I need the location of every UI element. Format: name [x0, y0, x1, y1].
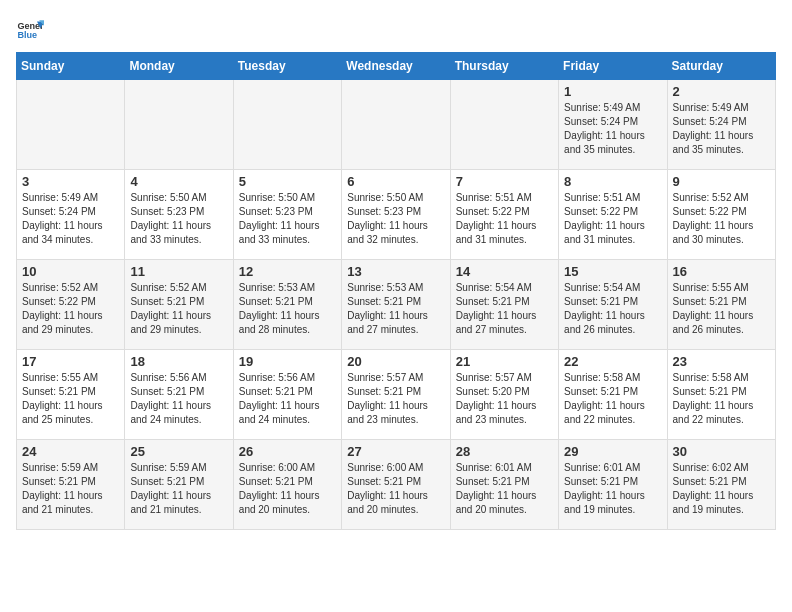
week-row-5: 24Sunrise: 5:59 AM Sunset: 5:21 PM Dayli…	[17, 440, 776, 530]
calendar-body: 1Sunrise: 5:49 AM Sunset: 5:24 PM Daylig…	[17, 80, 776, 530]
day-number: 29	[564, 444, 661, 459]
calendar-cell: 4Sunrise: 5:50 AM Sunset: 5:23 PM Daylig…	[125, 170, 233, 260]
day-number: 23	[673, 354, 770, 369]
day-number: 25	[130, 444, 227, 459]
calendar-cell: 23Sunrise: 5:58 AM Sunset: 5:21 PM Dayli…	[667, 350, 775, 440]
calendar-cell: 24Sunrise: 5:59 AM Sunset: 5:21 PM Dayli…	[17, 440, 125, 530]
calendar-cell: 16Sunrise: 5:55 AM Sunset: 5:21 PM Dayli…	[667, 260, 775, 350]
day-info: Sunrise: 5:50 AM Sunset: 5:23 PM Dayligh…	[239, 191, 336, 247]
day-info: Sunrise: 5:57 AM Sunset: 5:21 PM Dayligh…	[347, 371, 444, 427]
logo: General Blue	[16, 16, 44, 44]
day-info: Sunrise: 6:00 AM Sunset: 5:21 PM Dayligh…	[347, 461, 444, 517]
calendar-cell: 20Sunrise: 5:57 AM Sunset: 5:21 PM Dayli…	[342, 350, 450, 440]
calendar-cell	[125, 80, 233, 170]
calendar-cell: 7Sunrise: 5:51 AM Sunset: 5:22 PM Daylig…	[450, 170, 558, 260]
day-number: 28	[456, 444, 553, 459]
day-header-tuesday: Tuesday	[233, 53, 341, 80]
day-header-thursday: Thursday	[450, 53, 558, 80]
day-info: Sunrise: 5:51 AM Sunset: 5:22 PM Dayligh…	[456, 191, 553, 247]
calendar-cell: 2Sunrise: 5:49 AM Sunset: 5:24 PM Daylig…	[667, 80, 775, 170]
day-info: Sunrise: 6:00 AM Sunset: 5:21 PM Dayligh…	[239, 461, 336, 517]
calendar-cell: 1Sunrise: 5:49 AM Sunset: 5:24 PM Daylig…	[559, 80, 667, 170]
week-row-4: 17Sunrise: 5:55 AM Sunset: 5:21 PM Dayli…	[17, 350, 776, 440]
calendar-cell: 28Sunrise: 6:01 AM Sunset: 5:21 PM Dayli…	[450, 440, 558, 530]
day-info: Sunrise: 5:50 AM Sunset: 5:23 PM Dayligh…	[347, 191, 444, 247]
day-number: 22	[564, 354, 661, 369]
day-number: 11	[130, 264, 227, 279]
calendar-cell	[450, 80, 558, 170]
calendar-cell: 13Sunrise: 5:53 AM Sunset: 5:21 PM Dayli…	[342, 260, 450, 350]
calendar-cell: 8Sunrise: 5:51 AM Sunset: 5:22 PM Daylig…	[559, 170, 667, 260]
day-header-monday: Monday	[125, 53, 233, 80]
day-info: Sunrise: 5:51 AM Sunset: 5:22 PM Dayligh…	[564, 191, 661, 247]
calendar-cell	[342, 80, 450, 170]
calendar-cell: 6Sunrise: 5:50 AM Sunset: 5:23 PM Daylig…	[342, 170, 450, 260]
day-info: Sunrise: 5:55 AM Sunset: 5:21 PM Dayligh…	[22, 371, 119, 427]
day-info: Sunrise: 5:52 AM Sunset: 5:22 PM Dayligh…	[22, 281, 119, 337]
calendar-cell: 29Sunrise: 6:01 AM Sunset: 5:21 PM Dayli…	[559, 440, 667, 530]
calendar-cell: 11Sunrise: 5:52 AM Sunset: 5:21 PM Dayli…	[125, 260, 233, 350]
day-number: 13	[347, 264, 444, 279]
day-number: 3	[22, 174, 119, 189]
day-info: Sunrise: 6:02 AM Sunset: 5:21 PM Dayligh…	[673, 461, 770, 517]
day-number: 9	[673, 174, 770, 189]
day-info: Sunrise: 6:01 AM Sunset: 5:21 PM Dayligh…	[456, 461, 553, 517]
calendar-table: SundayMondayTuesdayWednesdayThursdayFrid…	[16, 52, 776, 530]
day-header-saturday: Saturday	[667, 53, 775, 80]
calendar-cell: 14Sunrise: 5:54 AM Sunset: 5:21 PM Dayli…	[450, 260, 558, 350]
day-info: Sunrise: 5:57 AM Sunset: 5:20 PM Dayligh…	[456, 371, 553, 427]
calendar-cell: 30Sunrise: 6:02 AM Sunset: 5:21 PM Dayli…	[667, 440, 775, 530]
day-number: 8	[564, 174, 661, 189]
day-number: 4	[130, 174, 227, 189]
calendar-cell: 9Sunrise: 5:52 AM Sunset: 5:22 PM Daylig…	[667, 170, 775, 260]
day-number: 20	[347, 354, 444, 369]
day-info: Sunrise: 6:01 AM Sunset: 5:21 PM Dayligh…	[564, 461, 661, 517]
calendar-cell: 18Sunrise: 5:56 AM Sunset: 5:21 PM Dayli…	[125, 350, 233, 440]
calendar-header-row: SundayMondayTuesdayWednesdayThursdayFrid…	[17, 53, 776, 80]
week-row-2: 3Sunrise: 5:49 AM Sunset: 5:24 PM Daylig…	[17, 170, 776, 260]
calendar-cell: 17Sunrise: 5:55 AM Sunset: 5:21 PM Dayli…	[17, 350, 125, 440]
day-info: Sunrise: 5:59 AM Sunset: 5:21 PM Dayligh…	[22, 461, 119, 517]
calendar-cell: 10Sunrise: 5:52 AM Sunset: 5:22 PM Dayli…	[17, 260, 125, 350]
day-number: 10	[22, 264, 119, 279]
day-number: 12	[239, 264, 336, 279]
day-number: 7	[456, 174, 553, 189]
day-number: 17	[22, 354, 119, 369]
day-number: 27	[347, 444, 444, 459]
day-info: Sunrise: 5:50 AM Sunset: 5:23 PM Dayligh…	[130, 191, 227, 247]
day-info: Sunrise: 5:49 AM Sunset: 5:24 PM Dayligh…	[564, 101, 661, 157]
day-header-wednesday: Wednesday	[342, 53, 450, 80]
calendar-cell: 12Sunrise: 5:53 AM Sunset: 5:21 PM Dayli…	[233, 260, 341, 350]
calendar-cell: 21Sunrise: 5:57 AM Sunset: 5:20 PM Dayli…	[450, 350, 558, 440]
calendar-cell: 3Sunrise: 5:49 AM Sunset: 5:24 PM Daylig…	[17, 170, 125, 260]
week-row-3: 10Sunrise: 5:52 AM Sunset: 5:22 PM Dayli…	[17, 260, 776, 350]
day-number: 26	[239, 444, 336, 459]
svg-text:Blue: Blue	[17, 30, 37, 40]
day-header-sunday: Sunday	[17, 53, 125, 80]
day-number: 2	[673, 84, 770, 99]
day-info: Sunrise: 5:52 AM Sunset: 5:21 PM Dayligh…	[130, 281, 227, 337]
day-info: Sunrise: 5:59 AM Sunset: 5:21 PM Dayligh…	[130, 461, 227, 517]
calendar-cell: 5Sunrise: 5:50 AM Sunset: 5:23 PM Daylig…	[233, 170, 341, 260]
day-info: Sunrise: 5:53 AM Sunset: 5:21 PM Dayligh…	[347, 281, 444, 337]
calendar-cell: 27Sunrise: 6:00 AM Sunset: 5:21 PM Dayli…	[342, 440, 450, 530]
day-info: Sunrise: 5:58 AM Sunset: 5:21 PM Dayligh…	[673, 371, 770, 427]
day-number: 30	[673, 444, 770, 459]
calendar-cell: 22Sunrise: 5:58 AM Sunset: 5:21 PM Dayli…	[559, 350, 667, 440]
day-info: Sunrise: 5:55 AM Sunset: 5:21 PM Dayligh…	[673, 281, 770, 337]
week-row-1: 1Sunrise: 5:49 AM Sunset: 5:24 PM Daylig…	[17, 80, 776, 170]
calendar-cell	[17, 80, 125, 170]
calendar-cell: 26Sunrise: 6:00 AM Sunset: 5:21 PM Dayli…	[233, 440, 341, 530]
day-number: 5	[239, 174, 336, 189]
day-number: 1	[564, 84, 661, 99]
logo-icon: General Blue	[16, 16, 44, 44]
calendar-cell: 15Sunrise: 5:54 AM Sunset: 5:21 PM Dayli…	[559, 260, 667, 350]
day-number: 19	[239, 354, 336, 369]
day-number: 18	[130, 354, 227, 369]
day-info: Sunrise: 5:58 AM Sunset: 5:21 PM Dayligh…	[564, 371, 661, 427]
day-info: Sunrise: 5:49 AM Sunset: 5:24 PM Dayligh…	[22, 191, 119, 247]
page-header: General Blue	[16, 16, 776, 44]
day-info: Sunrise: 5:54 AM Sunset: 5:21 PM Dayligh…	[564, 281, 661, 337]
calendar-cell: 19Sunrise: 5:56 AM Sunset: 5:21 PM Dayli…	[233, 350, 341, 440]
day-number: 16	[673, 264, 770, 279]
